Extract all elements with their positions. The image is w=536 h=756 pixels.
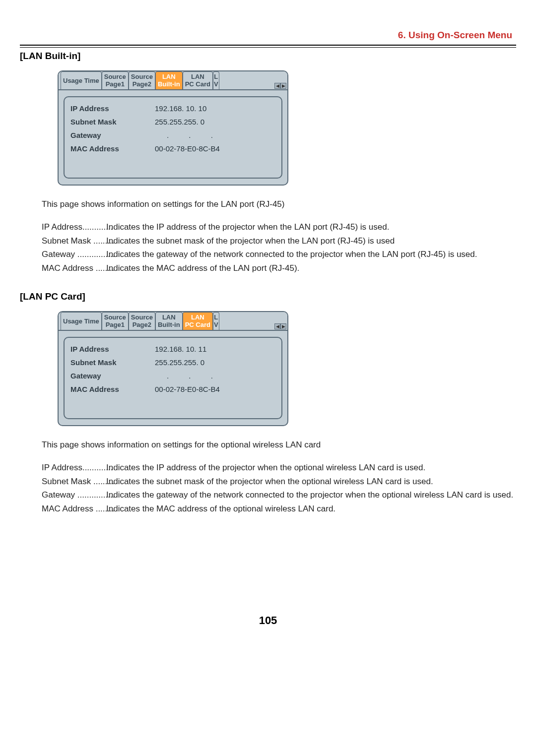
gateway-label: Gateway bbox=[70, 372, 155, 380]
row-subnet: Subnet Mask 255.255.255. 0 bbox=[70, 358, 275, 367]
def-term: Subnet Mask ......... bbox=[42, 476, 106, 488]
subnet-value: 255.255.255. 0 bbox=[155, 118, 204, 126]
tab-lan-builtin[interactable]: LAN Built-in bbox=[155, 312, 183, 330]
row-ip: IP Address 192.168. 10. 11 bbox=[70, 345, 275, 353]
def-desc: Indicates the subnet mask of the project… bbox=[106, 476, 516, 488]
def-term: Gateway ................ bbox=[42, 249, 106, 260]
tab-label: PC Card bbox=[185, 81, 210, 88]
tab-source-page1[interactable]: Source Page1 bbox=[102, 71, 129, 89]
def-desc: Indicates the IP address of the projecto… bbox=[106, 462, 516, 474]
tab-label: LAN bbox=[185, 73, 210, 81]
row-gateway: Gateway . . . bbox=[70, 372, 275, 380]
subnet-value: 255.255.255. 0 bbox=[155, 358, 204, 367]
def-row: Subnet Mask ......... Indicates the subn… bbox=[42, 235, 516, 247]
tab-label: L bbox=[214, 73, 218, 81]
def-row: Subnet Mask ......... Indicates the subn… bbox=[42, 476, 516, 488]
lan-builtin-heading: [LAN Built-in] bbox=[20, 51, 516, 62]
tab-label: LAN bbox=[158, 314, 180, 321]
def-desc: Indicates the gateway of the network con… bbox=[106, 489, 516, 501]
def-row: IP Address............. Indicates the IP… bbox=[42, 462, 516, 474]
ip-label: IP Address bbox=[70, 345, 155, 353]
tab-lan-pccard[interactable]: LAN PC Card bbox=[183, 312, 213, 330]
tab-source-page2[interactable]: Source Page2 bbox=[129, 312, 155, 330]
tab-label: Page2 bbox=[131, 321, 153, 329]
def-row: IP Address............. Indicates the IP… bbox=[42, 221, 516, 233]
def-desc: Indicates the IP address of the projecto… bbox=[106, 221, 516, 233]
tab-row-pccard: Usage Time Source Page1 Source Page2 LAN… bbox=[59, 312, 287, 331]
row-mac: MAC Address 00-02-78-E0-8C-B4 bbox=[70, 144, 275, 153]
header-section-title: 6. Using On-Screen Menu bbox=[20, 30, 516, 41]
gateway-value: . . . bbox=[155, 131, 222, 139]
arrow-right-icon[interactable]: ▶ bbox=[280, 83, 286, 89]
builtin-description: This page shows information on settings … bbox=[42, 198, 516, 274]
gateway-label: Gateway bbox=[70, 131, 155, 139]
def-term: MAC Address ........ bbox=[42, 503, 106, 515]
ip-value: 192.168. 10. 11 bbox=[155, 345, 206, 353]
tab-nav-arrows: ◀ ▶ bbox=[274, 83, 286, 89]
def-desc: Indicates the gateway of the network con… bbox=[106, 249, 516, 260]
ip-label: IP Address bbox=[70, 104, 155, 113]
def-desc: Indicates the MAC address of the LAN por… bbox=[106, 262, 516, 274]
def-row: MAC Address ........ Indicates the MAC a… bbox=[42, 503, 516, 515]
ip-value: 192.168. 10. 10 bbox=[155, 104, 206, 113]
mac-label: MAC Address bbox=[70, 144, 155, 153]
tab-lan-builtin[interactable]: LAN Built-in bbox=[155, 71, 183, 89]
def-term: MAC Address ........ bbox=[42, 262, 106, 274]
row-subnet: Subnet Mask 255.255.255. 0 bbox=[70, 118, 275, 126]
pccard-panel: IP Address 192.168. 10. 11 Subnet Mask 2… bbox=[64, 337, 282, 419]
tab-usage-time[interactable]: Usage Time bbox=[61, 312, 102, 330]
tab-label: Page2 bbox=[131, 81, 153, 88]
tab-label: Built-in bbox=[158, 321, 180, 329]
tab-label: Built-in bbox=[158, 81, 180, 88]
tab-label: Source bbox=[131, 73, 153, 81]
tab-label: Page1 bbox=[104, 321, 126, 329]
arrow-right-icon[interactable]: ▶ bbox=[280, 323, 286, 329]
tab-label: PC Card bbox=[185, 321, 210, 329]
tab-label: LAN bbox=[185, 314, 210, 321]
row-mac: MAC Address 00-02-78-E0-8C-B4 bbox=[70, 385, 275, 393]
tab-label: V bbox=[214, 321, 218, 329]
page-number: 105 bbox=[20, 614, 516, 627]
tab-label: Source bbox=[104, 73, 126, 81]
tab-lan-pccard[interactable]: LAN PC Card bbox=[183, 71, 213, 89]
lan-pccard-heading: [LAN PC Card] bbox=[20, 291, 516, 302]
tab-label: Source bbox=[131, 314, 153, 321]
header-divider bbox=[20, 45, 516, 48]
mac-value: 00-02-78-E0-8C-B4 bbox=[155, 385, 220, 393]
def-term: Gateway ................ bbox=[42, 489, 106, 501]
tab-source-page2[interactable]: Source Page2 bbox=[129, 71, 155, 89]
tab-label: V bbox=[214, 81, 218, 88]
def-row: Gateway ................ Indicates the g… bbox=[42, 489, 516, 501]
tab-label: Page1 bbox=[104, 81, 126, 88]
lan-builtin-menu: Usage Time Source Page1 Source Page2 LAN… bbox=[58, 70, 288, 186]
arrow-left-icon[interactable]: ◀ bbox=[274, 323, 280, 329]
arrow-left-icon[interactable]: ◀ bbox=[274, 83, 280, 89]
tab-truncated[interactable]: L V bbox=[213, 71, 219, 89]
subnet-label: Subnet Mask bbox=[70, 358, 155, 367]
builtin-panel: IP Address 192.168. 10. 10 Subnet Mask 2… bbox=[64, 96, 282, 179]
def-row: Gateway ................ Indicates the g… bbox=[42, 249, 516, 260]
def-term: Subnet Mask ......... bbox=[42, 235, 106, 247]
builtin-intro: This page shows information on settings … bbox=[42, 198, 516, 210]
mac-value: 00-02-78-E0-8C-B4 bbox=[155, 144, 220, 153]
mac-label: MAC Address bbox=[70, 385, 155, 393]
def-term: IP Address............. bbox=[42, 221, 106, 233]
tab-label: LAN bbox=[158, 73, 180, 81]
tab-row-builtin: Usage Time Source Page1 Source Page2 LAN… bbox=[59, 71, 287, 90]
def-row: MAC Address ........ Indicates the MAC a… bbox=[42, 262, 516, 274]
tab-truncated[interactable]: L V bbox=[213, 312, 219, 330]
tab-source-page1[interactable]: Source Page1 bbox=[102, 312, 129, 330]
row-gateway: Gateway . . . bbox=[70, 131, 275, 139]
def-desc: Indicates the subnet mask of the project… bbox=[106, 235, 516, 247]
tab-label: Source bbox=[104, 314, 126, 321]
subnet-label: Subnet Mask bbox=[70, 118, 155, 126]
def-term: IP Address............. bbox=[42, 462, 106, 474]
row-ip: IP Address 192.168. 10. 10 bbox=[70, 104, 275, 113]
tab-label: L bbox=[214, 314, 218, 321]
tab-usage-time[interactable]: Usage Time bbox=[61, 71, 102, 89]
tab-nav-arrows: ◀ ▶ bbox=[274, 323, 286, 329]
def-desc: Indicates the MAC address of the optiona… bbox=[106, 503, 516, 515]
lan-pccard-menu: Usage Time Source Page1 Source Page2 LAN… bbox=[58, 311, 288, 426]
gateway-value: . . . bbox=[155, 372, 222, 380]
pccard-intro: This page shows information on settings … bbox=[42, 439, 516, 451]
